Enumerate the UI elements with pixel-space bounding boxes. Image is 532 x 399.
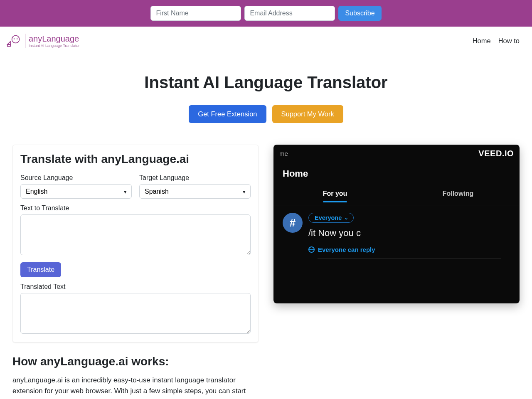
reply-label: Everyone can reply <box>318 246 375 253</box>
translate-card: Translate with anyLanguage.ai Source Lan… <box>12 145 259 342</box>
source-language-label: Source Language <box>20 174 132 182</box>
svg-point-0 <box>12 35 20 43</box>
nav-home[interactable]: Home <box>473 37 491 45</box>
translated-text-label: Translated Text <box>20 283 251 291</box>
text-to-translate-label: Text to Translate <box>20 204 251 212</box>
text-to-translate-input[interactable] <box>20 214 251 255</box>
svg-point-2 <box>17 38 18 39</box>
subscribe-button[interactable]: Subscribe <box>338 6 381 21</box>
demo-frame: me VEED.IO Home For you Following # Ever… <box>273 145 520 303</box>
support-button[interactable]: Support My Work <box>272 105 343 123</box>
source-language-select[interactable]: English <box>20 184 132 199</box>
demo-me-label: me <box>279 150 288 157</box>
demo-tabs: For you Following <box>273 185 520 202</box>
nav-links: Home How to <box>473 37 525 45</box>
card-title: Translate with anyLanguage.ai <box>20 153 251 166</box>
hero-title: Instant AI Language Translator <box>0 73 532 92</box>
target-language-select[interactable]: Spanish <box>139 184 251 199</box>
avatar: # <box>283 213 303 233</box>
brand-name: anyLanguage <box>29 34 80 44</box>
chevron-down-icon: ⌄ <box>344 215 348 221</box>
audience-label: Everyone <box>315 214 342 221</box>
reply-setting[interactable]: Everyone can reply <box>308 246 510 253</box>
translated-text-output[interactable] <box>20 293 251 334</box>
svg-rect-3 <box>7 44 10 47</box>
subscribe-bar: Subscribe <box>0 0 532 27</box>
logo[interactable]: anyLanguage Instant AI Language Translat… <box>7 33 80 48</box>
translate-button[interactable]: Translate <box>20 262 61 277</box>
hero: Instant AI Language Translator Get Free … <box>0 55 532 135</box>
demo-tab-following[interactable]: Following <box>397 185 520 202</box>
demo-home-heading: Home <box>273 161 520 185</box>
veed-watermark: VEED.IO <box>478 149 514 158</box>
globe-icon <box>308 246 315 253</box>
navbar: anyLanguage Instant AI Language Translat… <box>0 27 532 55</box>
compose-text[interactable]: /it Now you c <box>308 228 510 239</box>
logo-divider <box>25 34 25 48</box>
target-language-label: Target Language <box>139 174 251 182</box>
how-title: How anyLanguage.ai works: <box>12 355 259 368</box>
demo-panel: me VEED.IO Home For you Following # Ever… <box>273 145 520 303</box>
brand-tagline: Instant AI Language Translator <box>29 44 80 48</box>
brand-icon <box>7 33 22 48</box>
audience-pill[interactable]: Everyone ⌄ <box>308 213 354 223</box>
get-extension-button[interactable]: Get Free Extension <box>189 105 266 123</box>
demo-tab-foryou[interactable]: For you <box>273 185 397 202</box>
nav-howto[interactable]: How to <box>498 37 520 45</box>
email-input[interactable] <box>244 6 335 21</box>
demo-divider <box>318 258 501 259</box>
how-body: anyLanguage.ai is an incredibly easy-to-… <box>12 375 259 399</box>
first-name-input[interactable] <box>150 6 241 21</box>
how-section: How anyLanguage.ai works: anyLanguage.ai… <box>0 347 272 399</box>
svg-point-1 <box>14 38 15 39</box>
